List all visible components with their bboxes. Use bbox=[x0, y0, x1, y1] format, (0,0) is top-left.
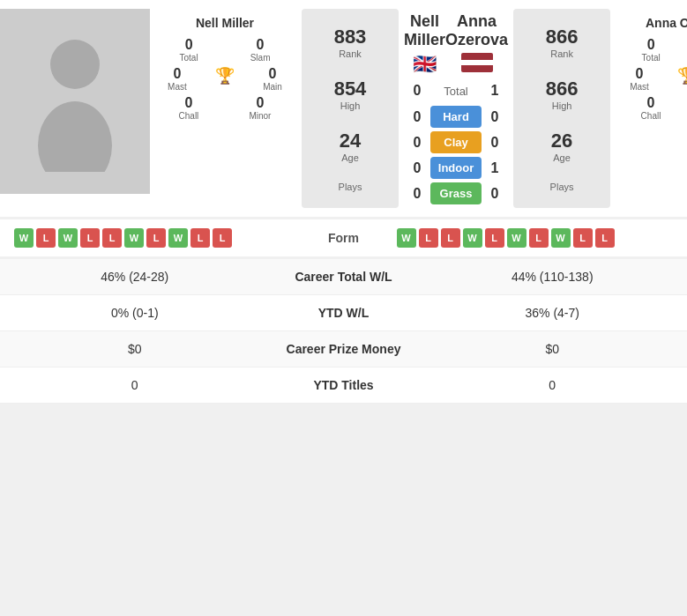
hard-left-val: 0 bbox=[404, 109, 430, 125]
left-trophy-icon: 🏆 bbox=[215, 66, 235, 92]
left-stats-row-3: 0 Chall 0 Minor bbox=[153, 95, 296, 121]
right-total-label: Total bbox=[642, 53, 661, 63]
stat-left-val: 46% (24-28) bbox=[14, 270, 256, 284]
stat-center-label: Career Prize Money bbox=[256, 342, 432, 356]
indoor-left-val: 0 bbox=[404, 160, 430, 176]
right-player-info: Anna Ozerova 0 Total 0 Slam 0 Mast 🏆 bbox=[612, 9, 687, 208]
left-main-stat: 0 Main bbox=[263, 66, 282, 92]
table-row: $0Career Prize Money$0 bbox=[0, 331, 687, 367]
players-section: Nell Miller 0 Total 0 Slam 0 Mast 🏆 bbox=[0, 0, 687, 219]
svg-point-0 bbox=[50, 40, 100, 89]
form-badge-left: L bbox=[36, 228, 56, 248]
left-rank-label: Rank bbox=[334, 48, 367, 59]
left-stats-row-2: 0 Mast 🏆 0 Main bbox=[153, 66, 296, 92]
stat-left-val: 0% (0-1) bbox=[14, 306, 256, 320]
left-slam-stat: 0 Slam bbox=[250, 37, 271, 63]
left-chall-stat: 0 Chall bbox=[179, 95, 199, 121]
left-age-label: Age bbox=[340, 152, 361, 163]
stat-right-val: 44% (110-138) bbox=[432, 270, 674, 284]
grass-surface-btn[interactable]: Grass bbox=[430, 182, 482, 204]
stat-right-val: 0 bbox=[432, 378, 674, 392]
stats-table: 46% (24-28)Career Total W/L44% (110-138)… bbox=[0, 259, 687, 404]
right-age-block: 26 Age bbox=[551, 130, 572, 163]
form-badge-left: L bbox=[146, 228, 166, 248]
left-stats-row-1: 0 Total 0 Slam bbox=[153, 37, 296, 63]
total-right-val: 1 bbox=[482, 83, 508, 99]
form-badge-right: W bbox=[463, 228, 482, 248]
total-label: Total bbox=[430, 85, 482, 98]
score-rows: 0 Total 1 0 Hard 0 0 Clay 0 bbox=[404, 83, 508, 208]
match-center: Nell Miller 🇬🇧 Anna Ozerova 0 Total bbox=[400, 9, 512, 208]
form-badge-left: W bbox=[14, 228, 34, 248]
table-row: 0% (0-1)YTD W/L36% (4-7) bbox=[0, 295, 687, 331]
left-chall-label: Chall bbox=[179, 111, 199, 121]
left-minor-label: Minor bbox=[249, 111, 271, 121]
clay-left-val: 0 bbox=[404, 135, 430, 151]
left-age-block: 24 Age bbox=[340, 130, 361, 163]
latvia-flag bbox=[461, 53, 493, 72]
left-high-val: 854 bbox=[334, 78, 367, 100]
left-main-val: 0 bbox=[269, 66, 277, 82]
stat-center-label: YTD W/L bbox=[256, 306, 432, 320]
left-header-name: Nell Miller bbox=[404, 12, 445, 49]
left-mast-stat: 0 Mast bbox=[168, 66, 187, 92]
right-mast-label: Mast bbox=[630, 82, 649, 92]
form-label: Form bbox=[291, 231, 397, 245]
form-badge-left: W bbox=[58, 228, 78, 248]
right-high-block: 866 High bbox=[546, 78, 579, 111]
right-form-badges: WLLWLWLWLL bbox=[397, 228, 674, 248]
left-slam-val: 0 bbox=[257, 37, 265, 53]
left-slam-label: Slam bbox=[250, 53, 271, 63]
left-total-stat: 0 Total bbox=[180, 37, 198, 63]
form-badge-left: L bbox=[80, 228, 100, 248]
grass-score-row: 0 Grass 0 bbox=[404, 182, 508, 204]
left-minor-stat: 0 Minor bbox=[249, 95, 271, 121]
left-minor-val: 0 bbox=[256, 95, 264, 111]
clay-right-val: 0 bbox=[482, 135, 508, 151]
right-player-name: Anna Ozerova bbox=[646, 16, 687, 30]
right-stats-row-1: 0 Total 0 Slam bbox=[616, 37, 687, 63]
main-container: Nell Miller 0 Total 0 Slam 0 Mast 🏆 bbox=[0, 0, 687, 404]
right-rank-val: 866 bbox=[546, 26, 579, 48]
right-total-stat: 0 Total bbox=[642, 37, 661, 63]
right-name-header: Anna Ozerova bbox=[445, 12, 508, 76]
svg-rect-3 bbox=[461, 60, 493, 65]
right-stats-row-2: 0 Mast 🏆 0 Main bbox=[616, 66, 687, 92]
right-stats-panel: 866 Rank 866 High 26 Age Plays bbox=[513, 9, 610, 208]
left-main-label: Main bbox=[263, 82, 282, 92]
right-trophy-icon: 🏆 bbox=[677, 66, 687, 92]
left-player-info: Nell Miller 0 Total 0 Slam 0 Mast 🏆 bbox=[150, 9, 300, 208]
right-header-name: Anna Ozerova bbox=[445, 12, 508, 49]
indoor-surface-btn[interactable]: Indoor bbox=[430, 157, 482, 179]
form-section: WLWLLWLWLL Form WLLWLWLWLL bbox=[0, 219, 687, 259]
clay-surface-btn[interactable]: Clay bbox=[430, 131, 482, 153]
form-badge-left: W bbox=[124, 228, 144, 248]
stat-right-val: $0 bbox=[432, 342, 674, 356]
left-player-name: Nell Miller bbox=[196, 16, 254, 30]
left-high-block: 854 High bbox=[334, 78, 367, 111]
form-badge-left: L bbox=[102, 228, 122, 248]
svg-point-1 bbox=[38, 101, 112, 172]
stat-center-label: Career Total W/L bbox=[256, 270, 432, 284]
table-row: 0YTD Titles0 bbox=[0, 367, 687, 404]
form-badge-right: L bbox=[573, 228, 593, 248]
right-high-val: 866 bbox=[546, 78, 579, 100]
right-chall-stat: 0 Chall bbox=[641, 95, 661, 121]
right-total-val: 0 bbox=[647, 37, 655, 53]
hard-score-row: 0 Hard 0 bbox=[404, 106, 508, 128]
indoor-score-row: 0 Indoor 1 bbox=[404, 157, 508, 179]
grass-right-val: 0 bbox=[482, 186, 508, 202]
hard-surface-btn[interactable]: Hard bbox=[430, 106, 482, 128]
hard-right-val: 0 bbox=[482, 109, 508, 125]
right-chall-label: Chall bbox=[641, 111, 661, 121]
right-stats-row-3: 0 Chall 0 Minor bbox=[616, 95, 687, 121]
form-row: WLWLLWLWLL Form WLLWLWLWLL bbox=[14, 228, 673, 248]
form-badge-right: W bbox=[507, 228, 526, 248]
table-row: 46% (24-28)Career Total W/L44% (110-138) bbox=[0, 259, 687, 295]
form-badge-left: W bbox=[168, 228, 188, 248]
total-left-val: 0 bbox=[404, 83, 430, 99]
left-rank-block: 883 Rank bbox=[334, 26, 367, 59]
left-player-photo bbox=[0, 9, 150, 194]
stat-left-val: 0 bbox=[14, 378, 256, 392]
left-total-val: 0 bbox=[185, 37, 193, 53]
